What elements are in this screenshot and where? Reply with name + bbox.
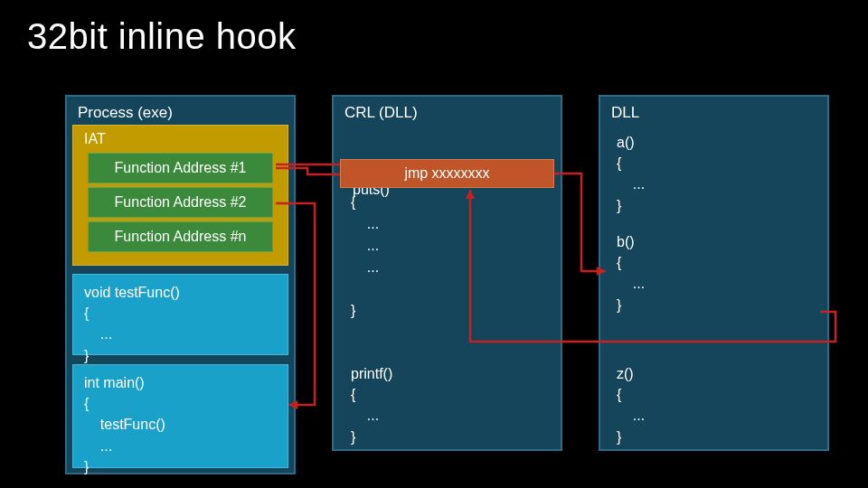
iat-box: IAT Function Address #1 Function Address… (72, 125, 288, 266)
main-code: int main() { testFunc() ... } (72, 364, 288, 468)
dll-panel-title: DLL (600, 97, 827, 126)
jmp-box: jmp xxxxxxxx (340, 159, 554, 188)
puts-body: { ... ... ... } (351, 192, 379, 322)
dll-a-block: a() { ... } (606, 127, 820, 215)
dll-b-block: b() { ... } (606, 226, 820, 314)
dll-z-block: z() { ... } (606, 358, 820, 441)
page-title: 32bit inline hook (27, 16, 297, 57)
testfunc-code: void testFunc() { ... } (72, 274, 288, 355)
diagram-stage: 32bit inline hook Process (exe) IAT Func… (0, 0, 868, 488)
iat-function-n: Function Address #n (88, 221, 273, 252)
process-panel-title: Process (exe) (67, 97, 294, 126)
printf-block: printf() { ... } (340, 358, 554, 441)
iat-title: IAT (73, 126, 288, 149)
crl-panel-title: CRL (DLL) (334, 97, 561, 126)
iat-function-2: Function Address #2 (88, 187, 273, 218)
iat-function-1: Function Address #1 (88, 153, 273, 183)
